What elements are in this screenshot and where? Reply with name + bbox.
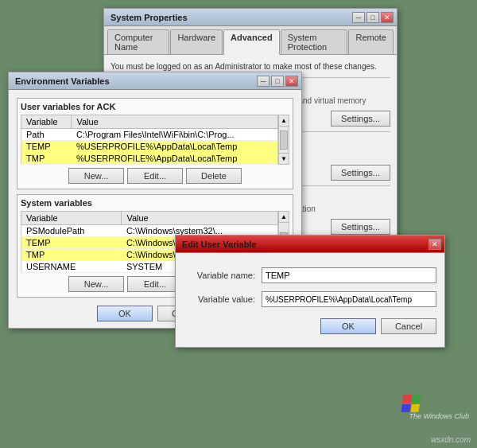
edit-ok-button[interactable]: OK: [320, 318, 376, 334]
win-logo-red: [402, 395, 412, 403]
user-delete-button[interactable]: Delete: [186, 168, 242, 184]
sys-col-variable: Variable: [21, 212, 122, 225]
user-scrollbar[interactable]: ▲ ▼: [278, 115, 289, 165]
user-profiles-settings-button[interactable]: Settings...: [331, 165, 390, 181]
windows-logo-grid: [401, 395, 421, 412]
user-variables-section: User variables for ACK Variable Value Pa…: [17, 98, 293, 189]
edit-user-variable-dialog: Edit User Variable ✕ Variable name: Vari…: [175, 235, 445, 348]
tab-hardware[interactable]: Hardware: [170, 29, 223, 54]
variable-name-input[interactable]: [262, 267, 436, 283]
var-name: USERNAME: [21, 261, 122, 273]
var-value: C:\Program Files\Intel\WiFi\bin\C:\Prog.…: [72, 129, 278, 141]
minimize-button[interactable]: ─: [352, 12, 365, 23]
win-logo-blue: [401, 404, 410, 413]
var-value: %USERPROFILE%\AppData\Local\Temp: [72, 153, 278, 165]
var-name: TMP: [21, 153, 72, 165]
var-value: %USERPROFILE%\AppData\Local\Temp: [72, 141, 278, 153]
var-name: PSModulePath: [21, 225, 122, 237]
scroll-thumb: [280, 131, 288, 150]
edit-close-button[interactable]: ✕: [429, 239, 441, 250]
var-name: TMP: [21, 249, 122, 261]
title-bar-controls: ─ □ ✕: [352, 12, 394, 23]
env-title-controls: ─ □ ✕: [257, 76, 298, 87]
system-props-title: System Properties: [111, 13, 188, 22]
var-name: TEMP: [21, 237, 122, 249]
env-vars-titlebar: Environment Variables ─ □ ✕: [9, 72, 301, 90]
watermark-text: wsxdn.com: [431, 435, 471, 444]
tab-advanced[interactable]: Advanced: [223, 29, 280, 55]
user-table-container: Variable Value Path C:\Program Files\Int…: [21, 115, 289, 165]
user-col-variable: Variable: [21, 115, 72, 129]
tabs-bar: Computer Name Hardware Advanced System P…: [104, 26, 397, 54]
tab-remote[interactable]: Remote: [348, 29, 394, 54]
scroll-down-icon[interactable]: ▼: [279, 153, 289, 164]
scroll-up-icon[interactable]: ▲: [279, 115, 289, 127]
user-vars-title: User variables for ACK: [21, 102, 289, 111]
edit-cancel-button[interactable]: Cancel: [381, 318, 436, 334]
sys-new-button[interactable]: New...: [68, 276, 124, 292]
edit-dialog-titlebar: Edit User Variable ✕: [176, 236, 444, 253]
variable-value-input[interactable]: [262, 291, 436, 307]
variable-name-group: Variable name:: [184, 267, 436, 283]
variable-value-label: Variable value:: [184, 294, 255, 304]
edit-title-controls: ✕: [429, 239, 441, 250]
edit-dialog-title: Edit User Variable: [182, 240, 257, 249]
system-props-titlebar: System Properties ─ □ ✕: [104, 9, 397, 26]
user-edit-button[interactable]: Edit...: [127, 168, 183, 184]
edit-dialog-content: Variable name: Variable value: OK Cancel: [176, 253, 444, 347]
tab-system-protection[interactable]: System Protection: [281, 29, 348, 54]
var-name: TEMP: [21, 141, 72, 153]
windows-logo: [402, 395, 421, 414]
sys-col-value: Value: [122, 212, 278, 225]
variable-value-group: Variable value:: [184, 291, 436, 307]
performance-settings-button[interactable]: Settings...: [331, 111, 390, 127]
startup-settings-button[interactable]: Settings...: [331, 219, 390, 235]
win-logo-green: [412, 395, 421, 403]
edit-dialog-action-buttons: OK Cancel: [176, 312, 444, 341]
table-row[interactable]: Path C:\Program Files\Intel\WiFi\bin\C:\…: [21, 129, 278, 141]
user-col-value: Value: [72, 115, 278, 129]
user-vars-table: Variable Value Path C:\Program Files\Int…: [21, 115, 278, 165]
user-new-button[interactable]: New...: [68, 168, 124, 184]
sys-vars-title: System variables: [21, 198, 289, 208]
sys-scroll-up-icon[interactable]: ▲: [279, 212, 289, 223]
env-ok-button[interactable]: OK: [97, 306, 153, 321]
env-close-button[interactable]: ✕: [285, 76, 298, 87]
close-button[interactable]: ✕: [381, 12, 394, 23]
env-maximize-button[interactable]: □: [271, 76, 284, 87]
win-logo-yellow: [410, 404, 420, 413]
user-var-buttons: New... Edit... Delete: [21, 165, 289, 185]
tab-computer-name[interactable]: Computer Name: [107, 29, 169, 54]
admin-info-text: You must be logged on as an Administrato…: [111, 61, 390, 72]
table-row[interactable]: TEMP %USERPROFILE%\AppData\Local\Temp: [21, 141, 278, 153]
var-name: Path: [21, 129, 72, 141]
maximize-button[interactable]: □: [366, 12, 379, 23]
env-vars-title: Environment Variables: [15, 76, 110, 86]
env-minimize-button[interactable]: ─: [257, 76, 270, 87]
variable-name-label: Variable name:: [184, 271, 255, 280]
table-row[interactable]: TMP %USERPROFILE%\AppData\Local\Temp: [21, 153, 278, 165]
watermark-area: The Windows Club: [409, 412, 469, 420]
